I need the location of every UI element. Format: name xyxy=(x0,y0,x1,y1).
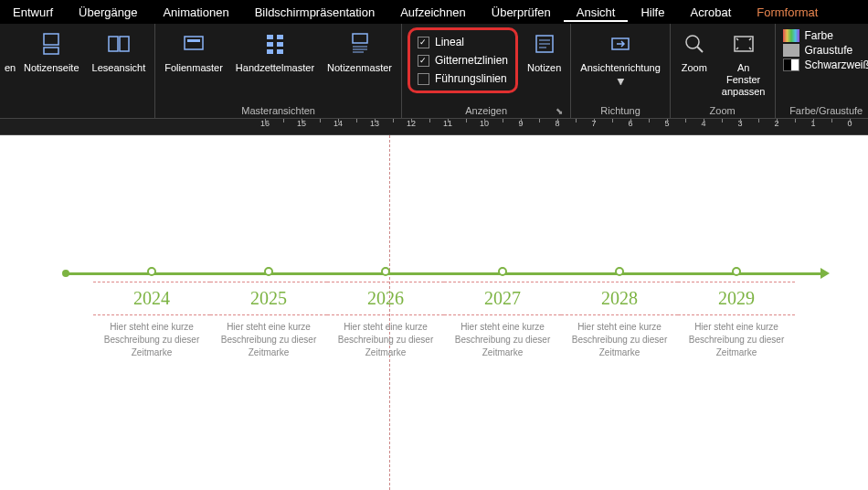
svg-rect-5 xyxy=(187,39,200,42)
tab-ansicht[interactable]: Ansicht xyxy=(564,2,629,22)
timeline-desc: Hier steht eine kurze Beschreibung zu di… xyxy=(561,321,678,359)
grayscale-swatch-icon xyxy=(783,44,799,57)
bw-swatch-icon xyxy=(783,59,799,71)
tab-acrobat[interactable]: Acrobat xyxy=(677,2,744,22)
ribbon-tabs: Entwurf Übergänge Animationen Bildschirm… xyxy=(0,0,868,24)
lineal-checkbox[interactable]: Lineal xyxy=(418,36,508,48)
group-label-richtung: Richtung xyxy=(575,102,665,118)
timeline-dot-icon xyxy=(381,267,390,276)
svg-rect-11 xyxy=(277,49,283,54)
group-label-praesentationsansichten xyxy=(4,102,151,118)
tab-hilfe[interactable]: Hilfe xyxy=(628,2,677,22)
timeline-shape[interactable]: 2024Hier steht eine kurze Beschreibung z… xyxy=(66,265,822,359)
horizontal-ruler: 1615141312111098765432101 xyxy=(0,119,868,135)
svg-rect-6 xyxy=(267,35,273,39)
timeline-mark[interactable]: 2024Hier steht eine kurze Beschreibung z… xyxy=(93,265,210,359)
reading-view-icon xyxy=(104,29,133,59)
slide-master-icon xyxy=(179,29,208,59)
zoom-button[interactable]: Zoom xyxy=(674,26,715,77)
timeline-mark[interactable]: 2027Hier steht eine kurze Beschreibung z… xyxy=(444,265,561,359)
folienmaster-button[interactable]: Folienmaster xyxy=(159,26,228,77)
handzettelmaster-button[interactable]: Handzettelmaster xyxy=(230,26,320,77)
group-label-masteransichten: Masteransichten xyxy=(159,102,397,118)
svg-rect-3 xyxy=(120,37,129,51)
group-label-farbe: Farbe/Graustufe xyxy=(779,102,869,118)
timeline-desc: Hier steht eine kurze Beschreibung zu di… xyxy=(678,321,795,359)
timeline-year: 2029 xyxy=(678,288,795,309)
checkbox-icon xyxy=(418,55,429,67)
timeline-dot-icon xyxy=(615,267,624,276)
notizenseite-button[interactable]: Notizenseite xyxy=(18,26,85,77)
timeline-desc: Hier steht eine kurze Beschreibung zu di… xyxy=(93,321,210,359)
handout-master-icon xyxy=(260,29,290,59)
timeline-mark[interactable]: 2026Hier steht eine kurze Beschreibung z… xyxy=(327,265,444,359)
svg-rect-10 xyxy=(267,49,273,54)
color-swatch-icon xyxy=(783,29,799,42)
svg-rect-2 xyxy=(109,37,118,51)
leseansicht-button[interactable]: Leseansicht xyxy=(87,26,152,77)
ten-button-cut[interactable]: en xyxy=(4,26,16,77)
page-icon xyxy=(4,29,16,59)
notes-master-icon xyxy=(345,29,375,59)
svg-rect-12 xyxy=(353,34,367,43)
group-label-zoom: Zoom xyxy=(674,102,771,118)
timeline-dot-icon xyxy=(147,267,156,276)
timeline-desc: Hier steht eine kurze Beschreibung zu di… xyxy=(327,321,444,359)
svg-rect-8 xyxy=(267,42,273,47)
show-options-highlighted: Lineal Gitternetzlinien Führungslinien xyxy=(408,27,518,93)
timeline-mark[interactable]: 2025Hier steht eine kurze Beschreibung z… xyxy=(210,265,327,359)
svg-rect-1 xyxy=(44,48,58,54)
timeline-year: 2024 xyxy=(93,288,210,309)
checkbox-icon xyxy=(418,37,429,48)
timeline-mark[interactable]: 2028Hier steht eine kurze Beschreibung z… xyxy=(561,265,678,359)
tab-ueberpruefen[interactable]: Überprüfen xyxy=(479,2,564,22)
svg-rect-9 xyxy=(277,42,283,47)
ribbon: en Notizenseite Leseansicht Folienmaster… xyxy=(0,24,868,119)
group-label-anzeigen: Anzeigen xyxy=(465,102,507,118)
timeline-mark[interactable]: 2029Hier steht eine kurze Beschreibung z… xyxy=(678,265,795,359)
direction-icon xyxy=(606,29,635,59)
svg-rect-0 xyxy=(44,34,58,45)
slide-canvas[interactable]: 2024Hier steht eine kurze Beschreibung z… xyxy=(0,135,868,490)
timeline-dot-icon xyxy=(264,267,273,276)
svg-rect-4 xyxy=(185,37,203,49)
timeline-dot-icon xyxy=(732,267,741,276)
svg-point-21 xyxy=(686,36,699,48)
timeline-desc: Hier steht eine kurze Beschreibung zu di… xyxy=(444,321,561,359)
checkbox-icon xyxy=(418,73,429,85)
tab-animationen[interactable]: Animationen xyxy=(150,2,241,22)
timeline-dot-icon xyxy=(498,267,507,276)
timeline-arrow-icon xyxy=(820,268,830,279)
tab-uebergaenge[interactable]: Übergänge xyxy=(66,2,150,22)
notizen-button[interactable]: Notizen xyxy=(522,26,566,77)
fit-window-icon xyxy=(729,29,758,59)
timeline-year: 2026 xyxy=(327,288,444,309)
anzeigen-dialog-launcher[interactable]: ⬊ xyxy=(552,106,566,118)
notizenmaster-button[interactable]: Notizenmaster xyxy=(322,26,397,77)
tab-formformat[interactable]: Formformat xyxy=(744,2,831,22)
timeline-year: 2027 xyxy=(444,288,561,309)
schwarzweiss-button[interactable]: Schwarzweiß xyxy=(783,59,869,71)
timeline-year: 2025 xyxy=(210,288,327,309)
tab-entwurf[interactable]: Entwurf xyxy=(0,2,66,22)
tab-bildschirmpraesentation[interactable]: Bildschirmpräsentation xyxy=(242,2,388,22)
ansichtenrichtung-button[interactable]: Ansichtenrichtung ⯆ xyxy=(575,26,665,90)
svg-rect-7 xyxy=(277,35,283,39)
farbe-button[interactable]: Farbe xyxy=(783,29,869,42)
fit-window-button[interactable]: An Fenster anpassen xyxy=(716,26,771,102)
notes-page-icon xyxy=(37,29,66,59)
tab-aufzeichnen[interactable]: Aufzeichnen xyxy=(387,2,479,22)
chevron-down-icon: ⯆ xyxy=(617,77,625,86)
zoom-icon xyxy=(680,29,709,59)
graustufe-button[interactable]: Graustufe xyxy=(783,44,869,57)
timeline-desc: Hier steht eine kurze Beschreibung zu di… xyxy=(210,321,327,359)
svg-line-22 xyxy=(697,47,703,52)
fuehrungslinien-checkbox[interactable]: Führungslinien xyxy=(418,72,508,85)
timeline-year: 2028 xyxy=(561,288,678,309)
notes-icon xyxy=(530,29,559,59)
gitternetzlinien-checkbox[interactable]: Gitternetzlinien xyxy=(418,54,508,67)
